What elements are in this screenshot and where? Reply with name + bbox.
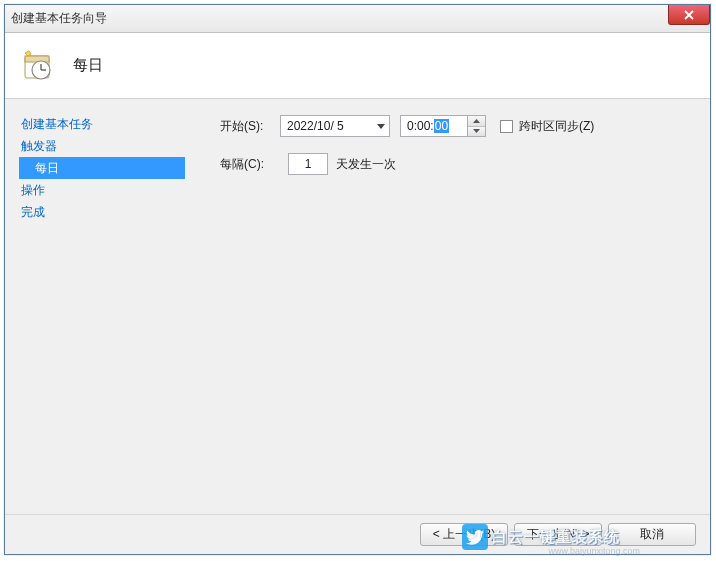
sidebar-item-create-task[interactable]: 创建基本任务 [19, 113, 190, 135]
date-picker[interactable]: 2022/10/ 5 [280, 115, 390, 137]
wizard-content: 开始(S): 2022/10/ 5 0:00:00 [190, 99, 710, 514]
start-label: 开始(S): [220, 118, 280, 135]
page-title: 每日 [73, 56, 103, 75]
close-button[interactable] [668, 5, 710, 25]
interval-row: 每隔(C): 1 天发生一次 [220, 153, 692, 175]
titlebar: 创建基本任务向导 [5, 5, 710, 33]
spinner-down-button[interactable] [468, 127, 485, 137]
start-row: 开始(S): 2022/10/ 5 0:00:00 [220, 115, 692, 137]
calendar-clock-icon [23, 50, 55, 82]
chevron-down-icon [473, 129, 480, 133]
wizard-header: 每日 [5, 33, 710, 99]
window-title: 创建基本任务向导 [11, 10, 107, 27]
interval-suffix: 天发生一次 [336, 156, 396, 173]
sidebar-item-trigger[interactable]: 触发器 [19, 135, 190, 157]
next-button[interactable]: 下一步(N) > [514, 523, 602, 546]
sidebar-item-finish[interactable]: 完成 [19, 201, 190, 223]
wizard-footer: 白云一键重装系统 www.baiyunxitong.com < 上一步(B) 下… [5, 514, 710, 554]
chevron-down-icon [377, 124, 385, 129]
interval-input[interactable]: 1 [288, 153, 328, 175]
wizard-sidebar: 创建基本任务 触发器 每日 操作 完成 [5, 99, 190, 514]
sidebar-item-daily[interactable]: 每日 [19, 157, 185, 179]
sync-timezone-label: 跨时区同步(Z) [519, 118, 594, 135]
interval-label: 每隔(C): [220, 156, 280, 173]
sync-timezone-checkbox[interactable] [500, 120, 513, 133]
cancel-button[interactable]: 取消 [608, 523, 696, 546]
time-picker[interactable]: 0:00:00 [400, 115, 486, 137]
wizard-window: 创建基本任务向导 每日 创建基本任务 触发器 每日 操作 完成 [4, 4, 711, 555]
time-spinner [467, 116, 485, 136]
watermark-url: www.baiyunxitong.com [548, 546, 640, 556]
sidebar-item-action[interactable]: 操作 [19, 179, 190, 201]
chevron-up-icon [473, 119, 480, 123]
back-button[interactable]: < 上一步(B) [420, 523, 508, 546]
time-value: 0:00:00 [401, 119, 449, 133]
spinner-up-button[interactable] [468, 116, 485, 127]
close-icon [683, 10, 695, 20]
date-value: 2022/10/ 5 [287, 119, 344, 133]
wizard-body: 创建基本任务 触发器 每日 操作 完成 开始(S): 2022/10/ 5 0:… [5, 99, 710, 514]
svg-rect-1 [25, 56, 49, 62]
